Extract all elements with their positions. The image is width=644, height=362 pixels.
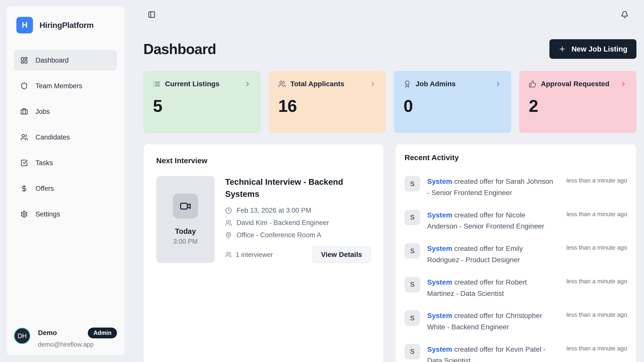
activity-timestamp: less than a minute ago [567,344,627,352]
activity-actor-link[interactable]: System [427,278,452,286]
user-email: demo@hireflow.app [38,341,117,348]
activity-item: SSystem created offer for Nicole Anderso… [405,210,627,232]
sidebar-item-jobs[interactable]: Jobs [14,101,117,122]
role-badge: Admin [88,328,117,338]
view-details-button[interactable]: View Details [312,246,371,263]
panel-left-icon [148,11,155,18]
avatar[interactable]: DH [14,328,30,344]
activity-actor-link[interactable]: System [427,245,452,252]
app-title: HiringPlatform [39,21,94,30]
stat-value: 0 [404,96,502,116]
chevron-right-icon [620,80,627,87]
sidebar-item-label: Candidates [35,133,70,141]
sidebar-item-candidates[interactable]: Candidates [14,127,117,148]
activity-timestamp: less than a minute ago [567,310,627,318]
briefcase-icon [20,108,28,115]
chevron-right-icon [244,80,251,87]
activity-avatar: S [405,243,420,259]
activity-item: SSystem created offer for Emily Rodrigue… [405,243,627,266]
stat-card-total-applicants[interactable]: Total Applicants16 [269,71,386,133]
stat-label: Current Listings [165,80,239,88]
new-job-listing-button[interactable]: New Job Listing [549,39,636,59]
sidebar: H HiringPlatform DashboardTeam MembersJo… [6,6,125,356]
chevron-icon [244,80,251,87]
stat-label: Approval Requested [541,80,615,88]
sidebar-item-label: Team Members [35,82,82,90]
sidebar-item-label: Offers [35,185,54,193]
activity-item: SSystem created offer for Robert Martine… [405,277,627,299]
activity-timestamp: less than a minute ago [567,210,627,218]
stat-card-job-admins[interactable]: Job Admins0 [394,71,511,133]
user-menu[interactable]: DH Demo Admin demo@hireflow.app [14,320,117,348]
bell-icon [621,11,628,18]
app-logo-icon: H [16,17,33,33]
map-pin-icon [225,232,232,239]
interview-time: 3:00 PM [173,238,198,245]
sidebar-item-tasks[interactable]: Tasks [14,153,117,173]
list-icon [153,80,160,88]
check-square-icon [20,159,28,167]
app-logo: H HiringPlatform [14,15,117,36]
users-icon [278,80,286,88]
activity-text: System created offer for Christopher Whi… [427,310,554,333]
sidebar-item-settings[interactable]: Settings [14,204,117,224]
activity-avatar: S [405,277,420,292]
activity-actor-link[interactable]: System [427,345,452,353]
interview-title: Technical Interview - Backend Systems [225,176,346,200]
dashboard-icon [20,57,28,64]
next-interview-heading: Next Interview [156,156,371,165]
page-title: Dashboard [143,41,216,57]
briefcase-icon [20,108,28,115]
interview-datetime-row: Feb 13, 2026 at 3:00 PM [225,207,371,214]
stat-label: Job Admins [416,80,490,88]
user-info: Demo Admin demo@hireflow.app [38,328,117,348]
activity-item: SSystem created offer for Sarah Johnson … [405,176,627,199]
stat-label: Total Applicants [290,80,365,88]
activity-text: System created offer for Robert Martinez… [427,277,554,299]
stat-card-approval-requested[interactable]: Approval Requested2 [519,71,636,133]
clock-icon [225,207,232,214]
gear-icon [20,210,28,218]
stat-card-current-listings[interactable]: Current Listings5 [143,71,261,133]
dollar-icon [20,185,28,192]
users-icon [20,133,28,141]
shield-icon [20,82,28,90]
activity-avatar: S [405,176,420,192]
sidebar-item-team-members[interactable]: Team Members [14,76,117,96]
users-icon [278,80,286,88]
stat-value: 5 [153,96,251,116]
activity-actor-link[interactable]: System [427,312,452,320]
chevron-icon [620,80,627,87]
sidebar-item-label: Settings [35,210,60,218]
check-square-icon [20,159,28,167]
activity-item: SSystem created offer for Kevin Patel - … [405,344,627,362]
interview-person-row: David Kim - Backend Engineer [225,219,371,227]
activity-list: SSystem created offer for Sarah Johnson … [405,176,627,362]
users-icon [225,251,232,258]
sidebar-toggle-button[interactable] [146,9,157,20]
activity-timestamp: less than a minute ago [567,243,627,251]
next-interview-card: Next Interview Today 3:00 PM Technical I… [143,144,384,362]
notifications-button[interactable] [619,9,630,20]
topbar [131,0,644,29]
dashboard-icon [20,57,28,64]
activity-timestamp: less than a minute ago [567,277,627,285]
interview-day: Today [175,227,196,236]
activity-timestamp: less than a minute ago [567,176,627,184]
sidebar-item-dashboard[interactable]: Dashboard [14,50,117,71]
dollar-icon [20,185,28,192]
activity-actor-link[interactable]: System [427,177,452,185]
sidebar-item-offers[interactable]: Offers [14,178,117,199]
award-icon [404,80,411,88]
activity-avatar: S [405,310,420,326]
interview-thumbnail: Today 3:00 PM [156,176,215,263]
activity-actor-link[interactable]: System [427,211,452,219]
sidebar-item-label: Tasks [35,159,53,167]
main-area: Dashboard New Job Listing Current Listin… [131,0,644,362]
content: Dashboard New Job Listing Current Listin… [131,29,644,362]
award-icon [404,80,411,88]
plus-icon [558,45,566,53]
sidebar-item-label: Jobs [35,108,50,116]
activity-item: SSystem created offer for Christopher Wh… [405,310,627,333]
sidebar-item-label: Dashboard [35,57,69,64]
